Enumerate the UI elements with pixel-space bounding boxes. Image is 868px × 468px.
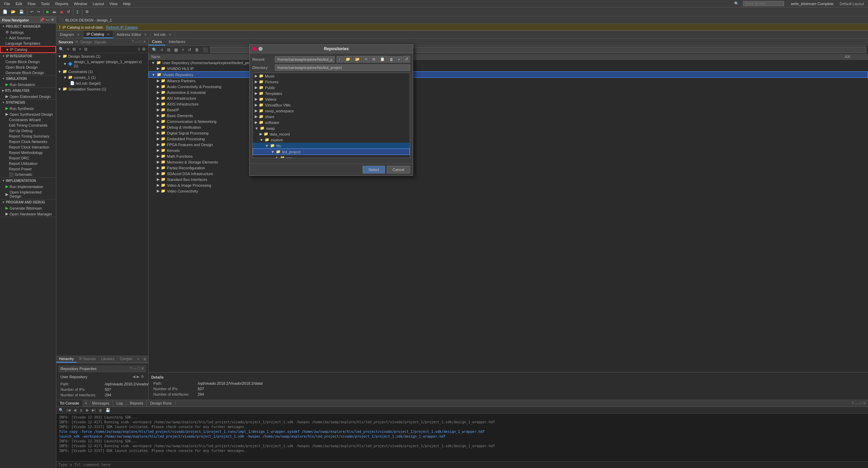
tab-diagram-close[interactable]: ✕ xyxy=(77,33,80,37)
hierarchy-resize[interactable]: ≡ xyxy=(135,356,141,363)
tab-diagram[interactable]: Diagram ✕ xyxy=(56,31,83,38)
tcl-end-btn[interactable]: ▶| xyxy=(91,408,97,413)
tab-ip-catalog[interactable]: IP Catalog ✕ xyxy=(83,31,113,38)
nav-language-templates[interactable]: Language Templates xyxy=(0,41,56,46)
menu-window[interactable]: Window xyxy=(71,2,90,6)
ip-interfaces-tab[interactable]: Interfaces xyxy=(165,39,188,45)
tcl-input[interactable] xyxy=(58,463,866,467)
sources-expand-btn[interactable]: ⊞ xyxy=(71,46,77,52)
sources-search-btn[interactable]: 🔍 xyxy=(58,46,65,52)
src-wrapper[interactable]: ▼ 🔷 design_1_wrapper (design_1_wrapper.v… xyxy=(56,59,148,69)
nav-edit-timing[interactable]: Edit Timing Constraints xyxy=(0,123,56,128)
restart-btn[interactable]: ↺ xyxy=(66,9,71,15)
menu-reports[interactable]: Reports xyxy=(53,2,71,6)
ip-video[interactable]: ▶ 📁 Video & Image Processing xyxy=(149,182,868,188)
src-constrs[interactable]: ▼ 📁 constrs_1 (1) xyxy=(56,74,148,80)
recent-input[interactable] xyxy=(275,56,335,62)
repo-settings-icon[interactable]: ⚙ xyxy=(141,374,144,379)
modal-select-btn[interactable]: Select xyxy=(363,166,385,173)
ip-refresh-btn[interactable]: ↺ xyxy=(186,47,193,53)
recent-paste-btn[interactable]: 📋 xyxy=(378,56,387,62)
ip-search-btn[interactable]: 🔍 xyxy=(151,47,158,53)
sources-add-btn[interactable]: + xyxy=(78,46,82,52)
nav-report-power[interactable]: Report Power xyxy=(0,166,56,172)
rtl-title[interactable]: ▶ RTL ANALYSIS xyxy=(0,88,56,94)
tcl-design-runs-tab[interactable]: Design Runs xyxy=(147,400,176,407)
nav-constraints-wizard[interactable]: Constraints Wizard xyxy=(0,117,56,123)
nav-settings[interactable]: ⚙ Settings xyxy=(0,29,56,35)
repo-nav-next[interactable]: ▶ xyxy=(137,374,139,379)
undo-btn[interactable]: ↩ xyxy=(29,9,35,15)
file-software[interactable]: ▶ 📁 software xyxy=(253,119,410,125)
recent-new-btn[interactable]: + xyxy=(396,56,402,62)
script-btn[interactable]: Σ xyxy=(75,9,80,15)
tcl-prev-btn[interactable]: ◀ xyxy=(72,408,77,413)
redo-btn[interactable]: ↪ xyxy=(36,9,41,15)
src-constraints[interactable]: ▼ 📁 Constraints (1) xyxy=(56,69,148,74)
tab-address-close[interactable]: ✕ xyxy=(144,33,147,37)
nav-generate-block[interactable]: Generate Block Design xyxy=(0,70,56,75)
menu-help[interactable]: Help xyxy=(120,2,134,6)
menu-tools[interactable]: Tools xyxy=(38,2,53,6)
ip-group-btn[interactable]: ⬛ xyxy=(201,47,209,53)
ip-video-conn[interactable]: ▶ 📁 Video Connectivity xyxy=(149,188,868,194)
tab-led-xdc[interactable]: led.xdc ✕ xyxy=(151,31,175,38)
ip-create-btn[interactable]: + xyxy=(180,47,185,53)
settings-btn[interactable]: ⚙ xyxy=(84,9,90,15)
run-btn[interactable]: ▶ xyxy=(45,9,51,15)
menu-edit[interactable]: Edit xyxy=(13,2,25,6)
tcl-clear-btn[interactable]: 🗑 xyxy=(98,408,103,413)
ip-std-bus[interactable]: ▶ 📁 Standard Bus Interfaces xyxy=(149,176,868,182)
nav-open-impl[interactable]: ▶ Open Implemented Design xyxy=(0,189,56,199)
nav-run-sim[interactable]: ▶ Run Simulation xyxy=(0,82,56,87)
file-explore[interactable]: ▼ 📁 explore xyxy=(253,137,410,143)
tcl-log-tab[interactable]: Log xyxy=(113,400,126,407)
nav-report-clock-int[interactable]: Report Clock Interaction xyxy=(0,144,56,150)
step-btn[interactable]: ⏭ xyxy=(51,9,58,15)
recent-del-btn[interactable]: 🗑 xyxy=(388,56,395,62)
file-vbox[interactable]: ▶ 📁 VirtualBox VMs xyxy=(253,102,410,108)
project-manager-title[interactable]: ▼ PROJECT MANAGER xyxy=(0,24,56,29)
file-videos[interactable]: ▶ 📁 Videos xyxy=(253,96,410,102)
file-led-project[interactable]: ▼ 📁 led_project xyxy=(253,148,410,155)
file-data-record[interactable]: ▶ 📁 data_record xyxy=(253,131,410,137)
nav-report-clock-nets[interactable]: Report Clock Networks xyxy=(0,139,56,144)
tcl-close-btn[interactable]: ✕ xyxy=(83,400,89,407)
nav-report-timing[interactable]: Report Timing Summary xyxy=(0,133,56,139)
file-templates[interactable]: ▶ 📁 Templates xyxy=(253,90,410,96)
src-led-xdc[interactable]: 📄 led.xdc (target) xyxy=(56,80,148,86)
nav-open-synth[interactable]: ▶ Open Synthesized Design xyxy=(0,111,56,117)
nav-ip-catalog[interactable]: ● IP Catalog xyxy=(0,46,56,53)
nav-run-impl[interactable]: ▶ Run Implementation xyxy=(0,184,56,189)
tab-hierarchy[interactable]: Hierarchy xyxy=(56,356,76,363)
file-public[interactable]: ▶ 📁 Public xyxy=(253,85,410,90)
nav-run-synth[interactable]: ▶ Run Synthesis xyxy=(0,105,56,111)
file-app[interactable]: ▶ 📁 app xyxy=(253,155,410,158)
modal-cancel-btn[interactable]: Cancel xyxy=(387,166,410,173)
open-project-btn[interactable]: 📂 xyxy=(10,9,17,15)
nav-add-sources[interactable]: + Add Sources xyxy=(0,35,56,41)
ip-cores-tab[interactable]: Cores xyxy=(149,39,165,45)
nav-gen-bitstream[interactable]: ▶ Generate Bitstream xyxy=(0,205,56,211)
tcl-console-tab[interactable]: Tcl Console xyxy=(56,400,83,407)
nav-open-hw[interactable]: ▶ Open Hardware Manager xyxy=(0,211,56,217)
sources-copy-btn[interactable]: ⧉ xyxy=(83,46,88,52)
modal-minimize-btn[interactable] xyxy=(258,47,263,51)
ip-del-btn[interactable]: 🗑 xyxy=(194,47,200,53)
tab-led-close[interactable]: ✕ xyxy=(169,33,171,37)
nav-open-elab[interactable]: ▶ Open Elaborated Design xyxy=(0,94,56,99)
sources-collapse-btn[interactable]: ≡ xyxy=(66,46,70,52)
recent-folder2-btn[interactable]: 📂 xyxy=(353,56,362,62)
hierarchy-expand[interactable]: ⊞ xyxy=(141,356,148,363)
collapse-icon[interactable]: — xyxy=(46,18,50,22)
sources-settings-btn[interactable]: ⚙ xyxy=(141,46,147,52)
refresh-ip-link[interactable]: Refresh IP Catalog xyxy=(106,25,138,29)
file-swap[interactable]: ▼ 📁 swap xyxy=(253,125,410,131)
src-design-sources[interactable]: ▼ 📁 Design Sources (1) xyxy=(56,53,148,59)
tab-address-editor[interactable]: Address Editor ✕ xyxy=(113,31,151,38)
tab-libraries[interactable]: Libraries xyxy=(99,356,117,363)
file-pictures[interactable]: ▶ 📁 Pictures xyxy=(253,79,410,85)
ip-collapse-btn[interactable]: ≡ xyxy=(159,47,165,53)
tcl-reports-tab[interactable]: Reports xyxy=(126,400,147,407)
file-share[interactable]: ▶ 📁 share xyxy=(253,114,410,119)
